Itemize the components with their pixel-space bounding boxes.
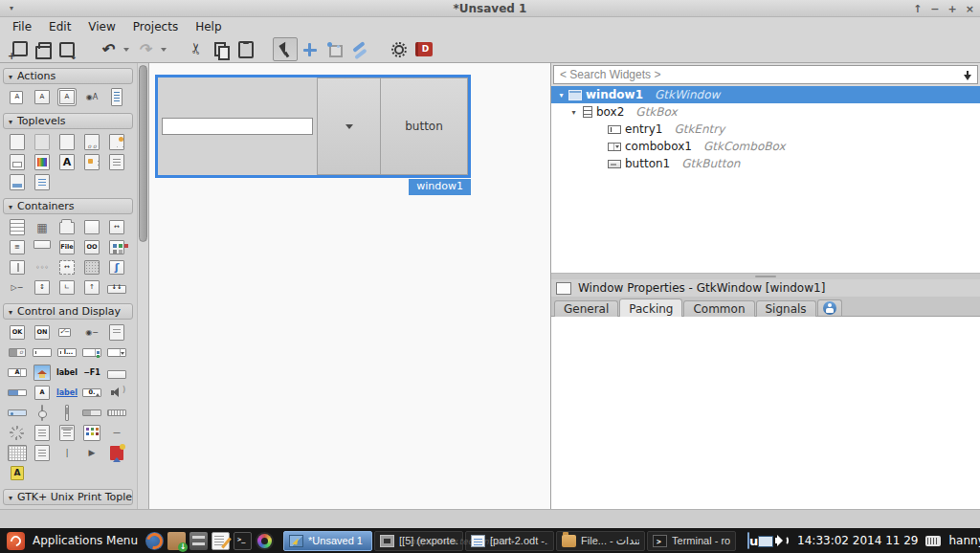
design-window-name-tag[interactable]: window1 <box>409 179 471 195</box>
palette-item-arrow[interactable]: ▶ <box>79 443 104 463</box>
align-edit-button[interactable] <box>347 37 372 61</box>
devhelp-button[interactable] <box>412 37 436 61</box>
design-box-cell[interactable] <box>158 77 317 175</box>
palette-item-file-chooser-widget[interactable]: File <box>55 237 79 257</box>
tab-common[interactable]: Common <box>683 300 754 318</box>
palette-item-handle-box[interactable]: ʃ <box>104 257 129 277</box>
palette-item-toggle-button[interactable]: ON <box>30 322 55 343</box>
palette-item-label[interactable]: label <box>55 363 79 383</box>
palette-section-header[interactable]: Control and Display <box>3 303 133 320</box>
search-dropdown-icon[interactable] <box>962 70 973 81</box>
palette-item-info-bar[interactable] <box>5 403 30 423</box>
palette-item-list-box[interactable]: ≡ <box>5 237 30 257</box>
palette-scrollbar[interactable] <box>137 63 148 509</box>
maximize-window-button[interactable]: + <box>948 4 957 14</box>
palette-item-notebook[interactable] <box>55 217 79 237</box>
palette-section-header[interactable]: GTK+ Unix Print Tople... <box>3 489 133 505</box>
palette-item-paned[interactable] <box>5 257 30 277</box>
task-button-glade[interactable]: *Unsaved 1 <box>283 531 372 551</box>
palette-item-recent-action[interactable] <box>104 87 129 107</box>
palette-item-message-dialog[interactable] <box>79 152 104 172</box>
palette-item-expander-arrow[interactable]: ▷− <box>5 277 30 298</box>
palette-item-layout[interactable]: ↕ <box>30 277 55 298</box>
tree-row-combobox1[interactable]: combobox1 GtkComboBox <box>551 138 980 155</box>
task-button-writer[interactable]: [part-2.odt -... <box>465 531 554 551</box>
scrollbar-thumb[interactable] <box>139 65 147 242</box>
drag-resize-button[interactable] <box>298 37 323 61</box>
palette-item-calendar[interactable] <box>5 443 30 463</box>
palette-item-accel-label[interactable]: −F1 <box>79 363 104 383</box>
palette-item-link-button[interactable]: label <box>55 383 79 403</box>
palette-item-assistant[interactable] <box>5 172 30 192</box>
palette-item-separator-horizontal[interactable]: — <box>104 423 129 443</box>
redo-button[interactable] <box>132 37 157 61</box>
palette-item-page-setup-dialog[interactable] <box>5 508 30 509</box>
tree-expander-icon[interactable]: ▾ <box>555 91 568 100</box>
launcher-package-manager[interactable] <box>167 532 186 550</box>
redo-history-dropdown[interactable] <box>157 37 169 61</box>
tree-row-window1[interactable]: ▾ window1 GtkWindow <box>551 86 980 103</box>
palette-item-text-lines[interactable] <box>30 423 55 443</box>
launcher-media-player[interactable] <box>256 532 274 550</box>
palette-item-spinner[interactable] <box>5 423 30 443</box>
task-button-file-manager[interactable]: File... - مستندات <box>556 531 645 551</box>
tab-accessibility[interactable] <box>817 299 842 316</box>
palette-item-box[interactable] <box>5 217 30 237</box>
palette-item-scrollbar-horizontal[interactable] <box>79 403 104 423</box>
palette-item-separator-vertical[interactable]: | <box>55 443 79 463</box>
palette-item-file-chooser-dialog[interactable] <box>5 152 30 172</box>
search-widgets-input[interactable] <box>553 65 978 84</box>
workspace-pager[interactable] <box>747 532 749 549</box>
palette-item-app-chooser-dialog[interactable] <box>30 172 55 192</box>
palette-item-check-button[interactable]: − <box>55 322 79 343</box>
palette-item-volume-button[interactable]: ) <box>104 383 129 403</box>
palette-item-tree-view[interactable] <box>55 423 79 443</box>
palette-item-menu-button[interactable] <box>104 322 129 343</box>
titlebar[interactable]: *Unsaved 1 ↑−+× <box>0 0 980 17</box>
palette-item-toggle-action[interactable]: A <box>55 87 79 107</box>
palette-item-font-chooser-dialog[interactable]: A <box>55 152 79 172</box>
tree-row-entry1[interactable]: entry1 GtkEntry <box>551 121 980 138</box>
menu-item[interactable]: File <box>4 18 40 35</box>
palette-item-combo-box-with-entry[interactable] <box>79 343 104 363</box>
launcher-terminal[interactable] <box>234 532 252 550</box>
clock[interactable]: 14:33:02 2014 11 29 <box>797 534 918 547</box>
tab-general[interactable]: General <box>554 300 618 318</box>
tree-row-button1[interactable]: button1 GtkButton <box>551 155 980 172</box>
palette-item-print-dialog[interactable] <box>30 508 55 509</box>
palette-item-frame[interactable] <box>79 217 104 237</box>
minimize-window-button[interactable]: − <box>930 4 939 14</box>
shade-window-button[interactable]: ↑ <box>913 4 922 14</box>
palette-item-viewport[interactable] <box>79 257 104 277</box>
palette-item-scale-vertical[interactable] <box>30 403 55 423</box>
palette-item-progress-bar[interactable] <box>5 383 30 403</box>
menu-item[interactable]: Projects <box>124 18 187 35</box>
save-project-button[interactable] <box>56 37 80 61</box>
palette-item-icon-view[interactable] <box>79 423 104 443</box>
palette-item-button[interactable]: OK <box>5 322 30 343</box>
design-combobox1[interactable] <box>317 77 381 175</box>
tree-expander-icon[interactable]: ▾ <box>568 108 580 117</box>
palette-item-action[interactable]: A <box>30 87 55 107</box>
new-project-button[interactable] <box>6 37 31 61</box>
palette-section-header[interactable]: Toplevels <box>3 113 133 129</box>
design-button1[interactable]: button <box>381 77 468 175</box>
menu-item[interactable]: Edit <box>40 18 79 35</box>
palette-item-app-chooser-button[interactable] <box>104 443 129 463</box>
menu-item[interactable]: Help <box>187 18 230 35</box>
palette-item-expander[interactable] <box>30 237 55 257</box>
tree-row-box2[interactable]: ▾ box2 GtkBox <box>551 103 980 121</box>
palette-item-scrolled-window[interactable]: ↔ <box>55 257 79 277</box>
task-button-image-viewer[interactable]: [[5] (exporte... <box>374 531 463 551</box>
design-canvas[interactable]: button window1 <box>149 63 550 509</box>
undo-history-dropdown[interactable] <box>120 37 132 61</box>
palette-item-entry[interactable] <box>30 343 55 363</box>
selector-button[interactable] <box>273 37 298 61</box>
palette-item-radio-button[interactable]: ◉− <box>79 322 104 343</box>
palette-item-ruler-horizontal[interactable] <box>104 403 129 423</box>
palette-item-alignment[interactable]: ↔ <box>104 217 129 237</box>
palette-item-list-view[interactable] <box>30 443 55 463</box>
task-button-terminal[interactable]: Terminal - ro... <box>647 531 736 551</box>
palette-item-color-chooser-dialog[interactable] <box>30 152 55 172</box>
palette-item-radio-action[interactable]: ◉A <box>79 87 104 107</box>
